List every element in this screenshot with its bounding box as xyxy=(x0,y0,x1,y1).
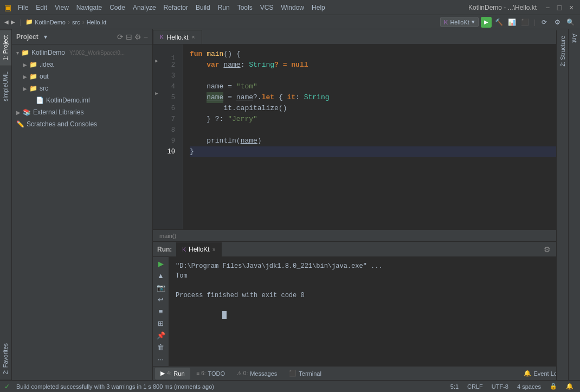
console-cursor xyxy=(222,311,227,319)
breadcrumb-file[interactable]: Hello.kt xyxy=(87,19,107,25)
tab-close-icon[interactable]: × xyxy=(212,247,216,253)
favorites-tab[interactable]: 2: Favorites xyxy=(0,338,11,380)
run-screenshot-button[interactable]: 📷 xyxy=(155,283,167,293)
fold-marker-1[interactable]: ▶ xyxy=(153,55,160,66)
encoding[interactable]: UTF-8 xyxy=(489,383,511,390)
sync-button[interactable]: ⟳ xyxy=(539,17,550,28)
editor-area: K Hello.kt × ▶ ▶ 1 2 xyxy=(153,29,568,380)
menu-file[interactable]: File xyxy=(15,3,31,12)
search-button[interactable]: 🔍 xyxy=(565,17,576,28)
settings-icon[interactable]: ⚙ xyxy=(134,33,141,41)
run-play-button[interactable]: ▶ xyxy=(155,259,167,269)
code-line-7: } ?: "Jerry" xyxy=(190,114,562,125)
run-button[interactable]: ▶ xyxy=(481,17,492,28)
tree-item-external-libs[interactable]: ▶ 📚 External Libraries xyxy=(12,106,152,118)
breadcrumb-bar: ◀ ▶ | 📁 KotlinDemo › src › Hello.kt K He… xyxy=(0,15,580,29)
sync-icon[interactable]: ⟳ xyxy=(117,33,124,41)
ant-tab[interactable]: Ant xyxy=(569,29,580,47)
run-filter-button[interactable]: ⊞ xyxy=(155,318,167,328)
run-pin-button[interactable]: 📌 xyxy=(155,330,167,340)
nav-back-icon[interactable]: ◀ xyxy=(4,19,9,25)
settings-button[interactable]: ⚙ xyxy=(552,17,563,28)
close-button[interactable]: × xyxy=(567,3,576,12)
ant-panel: Ant xyxy=(568,29,580,380)
run-panel-header: Run: K HelloKt × ⚙ − xyxy=(153,242,568,257)
cursor-position[interactable]: 5:1 xyxy=(448,383,461,390)
tree-item-idea[interactable]: ▶ 📁 .idea xyxy=(12,59,152,70)
run-scroll-top-button[interactable]: ▲ xyxy=(155,271,167,281)
editor-breadcrumb: main() xyxy=(159,233,176,239)
menu-build[interactable]: Build xyxy=(192,3,214,12)
folder-build-icon: 📁 xyxy=(29,73,37,80)
notifications-icon[interactable]: 🔔 xyxy=(564,383,576,390)
library-icon: 📚 xyxy=(23,108,31,116)
run-word-wrap-button[interactable]: ↩ xyxy=(155,295,167,305)
build-status: Build completed successfully with 3 warn… xyxy=(14,383,216,390)
maximize-button[interactable]: □ xyxy=(555,3,564,12)
build-button[interactable]: 🔨 xyxy=(494,17,505,28)
run-trash-button[interactable]: 🗑 xyxy=(155,342,167,352)
bottom-tab-run[interactable]: ▶ 4: Run xyxy=(155,368,190,380)
bottom-tab-terminal[interactable]: ⬛ Terminal xyxy=(283,368,327,380)
tree-item-out[interactable]: ▶ 📁 out xyxy=(12,70,152,82)
run-more-button[interactable]: ··· xyxy=(155,354,167,364)
breadcrumb-project[interactable]: 📁 KotlinDemo xyxy=(25,18,66,25)
menu-refactor[interactable]: Refactor xyxy=(160,3,191,12)
code-line-10: } xyxy=(190,146,562,157)
breadcrumb-src[interactable]: src xyxy=(72,19,80,25)
menu-view[interactable]: View xyxy=(51,3,72,12)
event-log-icon: 🔔 xyxy=(524,370,531,377)
tree-item-scratches[interactable]: ✏️ Scratches and Consoles xyxy=(12,118,152,130)
menu-help[interactable]: Help xyxy=(308,3,328,12)
menu-run[interactable]: Run xyxy=(215,3,233,12)
status-right: 5:1 CRLF UTF-8 4 spaces 🔒 🔔 xyxy=(448,383,576,390)
code-line-6: it.capitalize() xyxy=(190,103,562,114)
run-target-dropdown[interactable]: K HelloKt ▾ xyxy=(440,17,479,27)
structure-tab[interactable]: 2: Structure xyxy=(557,30,568,72)
folder-icon: 📁 xyxy=(29,85,37,92)
code-gutter: ▶ ▶ xyxy=(153,44,160,229)
collapse-icon[interactable]: ⊟ xyxy=(126,33,132,41)
code-line-8 xyxy=(190,125,562,136)
menu-analyze[interactable]: Analyze xyxy=(130,3,159,12)
console-line-4: Process finished with exit code 0 xyxy=(176,291,562,300)
menu-tools[interactable]: Tools xyxy=(234,3,256,12)
bottom-tab-todo[interactable]: ≡ 6: TODO xyxy=(191,368,231,380)
menu-edit[interactable]: Edit xyxy=(33,3,50,12)
indent[interactable]: 4 spaces xyxy=(515,383,543,390)
folder-icon: 📁 xyxy=(21,49,29,56)
line-ending[interactable]: CRLF xyxy=(465,383,485,390)
stop-button[interactable]: ⬛ xyxy=(520,17,531,28)
project-tab[interactable]: 1: Project xyxy=(0,29,11,66)
code-editor[interactable]: ▶ ▶ 1 2 3 4 5 6 7 8 9 10 xyxy=(153,44,568,229)
editor-tab-hellokt[interactable]: K Hello.kt × xyxy=(153,30,202,44)
tree-item-kotlindemo[interactable]: ▾ 📁 KotlinDemo Y:\002_WorkSpace\0... xyxy=(12,47,152,59)
code-line-1: fun main() { xyxy=(190,49,562,60)
console-cursor-line xyxy=(176,300,562,330)
tab-close-icon[interactable]: × xyxy=(192,34,195,40)
fold-marker-5[interactable]: ▶ xyxy=(153,88,160,99)
tree-item-iml[interactable]: 📄 KotlinDemo.iml xyxy=(12,94,152,106)
project-panel-title: Project xyxy=(16,33,38,41)
build-success-icon: ✓ xyxy=(4,383,10,390)
code-content[interactable]: fun main() { var name: String? = null na… xyxy=(183,44,562,229)
run-settings-icon[interactable]: ⚙ xyxy=(542,245,552,254)
menu-vcs[interactable]: VCS xyxy=(257,3,277,12)
code-line-3 xyxy=(190,70,562,81)
run-tree-button[interactable]: ≡ xyxy=(155,307,167,317)
tree-item-src[interactable]: ▶ 📁 src xyxy=(12,82,152,94)
folder-icon: 📁 xyxy=(25,18,33,25)
simpleuml-tab[interactable]: simpleUML xyxy=(0,66,11,107)
nav-forward-icon[interactable]: ▶ xyxy=(11,19,15,25)
menu-navigate[interactable]: Navigate xyxy=(73,3,105,12)
run-panel: Run: K HelloKt × ⚙ − ▶ ▲ 📷 ↩ ≡ xyxy=(153,241,568,366)
run-toolbar: K HelloKt ▾ ▶ 🔨 📊 ⬛ | ⟳ ⚙ 🔍 xyxy=(440,17,576,28)
minimize-button[interactable]: − xyxy=(543,3,552,12)
run-tab-hellokt[interactable]: K HelloKt × xyxy=(176,242,221,256)
close-panel-icon[interactable]: − xyxy=(144,33,148,41)
bottom-tab-messages[interactable]: ⚠ 0: Messages xyxy=(231,368,282,380)
menu-window[interactable]: Window xyxy=(278,3,307,12)
menu-code[interactable]: Code xyxy=(106,3,128,12)
run-icon: ▶ xyxy=(160,370,165,377)
coverage-button[interactable]: 📊 xyxy=(507,17,518,28)
